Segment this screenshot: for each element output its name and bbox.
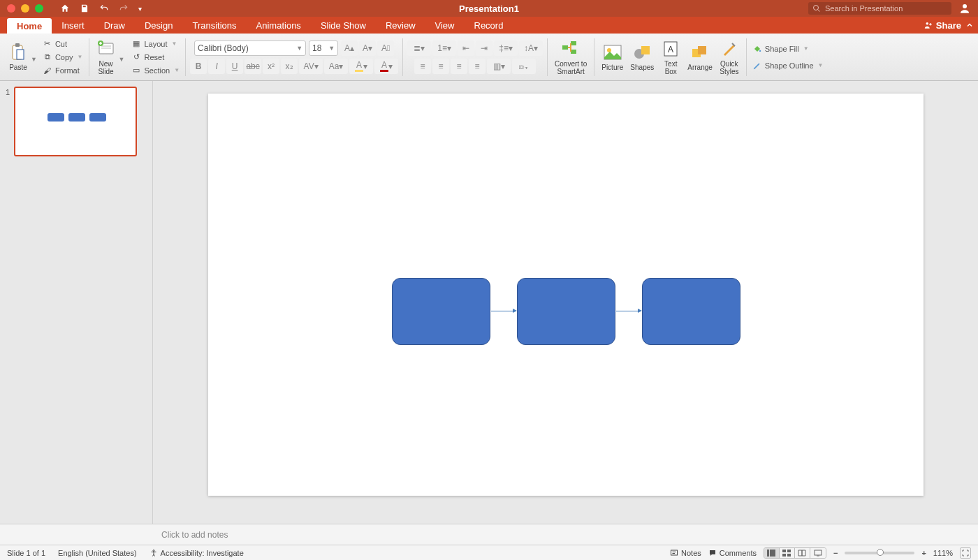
arrange-button[interactable]: Arrange [685, 41, 715, 73]
shape-box-3[interactable] [642, 278, 740, 345]
user-account-icon[interactable] [958, 2, 971, 15]
align-text-button[interactable]: ⎄▾ [512, 59, 536, 74]
increase-font-button[interactable]: A▴ [341, 40, 358, 56]
line-spacing-button[interactable]: ‡≡▾ [494, 40, 518, 56]
zoom-slider[interactable] [845, 552, 914, 554]
slide-canvas-area[interactable] [153, 81, 978, 524]
connector-arrow-2[interactable] [616, 311, 641, 311]
notes-placeholder[interactable]: Click to add notes [161, 530, 970, 540]
underline-button[interactable]: U [226, 59, 243, 74]
text-box-button[interactable]: A Text Box [658, 38, 683, 77]
tab-transitions[interactable]: Transitions [182, 17, 246, 34]
strikethrough-button[interactable]: abc [245, 59, 261, 74]
normal-view-button[interactable] [764, 548, 780, 558]
zoom-level[interactable]: 111% [933, 549, 953, 557]
reset-button[interactable]: ↺Reset [130, 52, 166, 63]
customize-qat-icon[interactable]: ▾ [138, 5, 142, 13]
numbering-button[interactable]: 1≡▾ [432, 40, 456, 56]
bullets-button[interactable]: ≣▾ [407, 40, 431, 56]
columns-button[interactable]: ▥▾ [487, 59, 511, 74]
italic-button[interactable]: I [208, 59, 225, 74]
font-size-select[interactable]: 18▼ [309, 40, 338, 56]
language-indicator[interactable]: English (United States) [58, 549, 137, 557]
clear-formatting-button[interactable]: A⃠ [377, 40, 394, 56]
tab-animations[interactable]: Animations [247, 17, 311, 34]
format-label: Format [55, 66, 80, 75]
notes-toggle-button[interactable]: Notes [670, 549, 701, 557]
notes-pane[interactable]: Click to add notes [0, 524, 978, 545]
subscript-button[interactable]: x₂ [281, 59, 298, 74]
layout-button[interactable]: ▦Layout▼ [130, 38, 178, 50]
home-icon[interactable] [60, 3, 70, 13]
tab-view[interactable]: View [425, 17, 465, 34]
section-button[interactable]: ▭Section▼ [130, 65, 181, 76]
tab-record[interactable]: Record [465, 17, 513, 34]
char-spacing-button[interactable]: AV▾ [299, 59, 323, 74]
new-slide-button[interactable]: New Slide [94, 38, 119, 77]
svg-rect-32 [815, 550, 822, 555]
paste-button[interactable]: Paste [6, 41, 31, 73]
shape-outline-button[interactable]: Shape Outline ▼ [751, 60, 825, 71]
accessibility-button[interactable]: Accessibility: Investigate [149, 549, 244, 557]
superscript-button[interactable]: x² [263, 59, 279, 74]
slide-canvas[interactable] [208, 94, 924, 496]
copy-button[interactable]: ⧉Copy▼ [41, 52, 85, 63]
tab-design[interactable]: Design [135, 17, 182, 34]
tab-review[interactable]: Review [376, 17, 425, 34]
justify-button[interactable]: ≡ [469, 59, 486, 74]
fit-to-window-button[interactable] [960, 547, 971, 559]
undo-icon[interactable] [99, 3, 109, 13]
slide-sorter-button[interactable] [780, 548, 795, 558]
redo-icon[interactable] [119, 3, 129, 13]
slideshow-view-button[interactable] [810, 548, 826, 558]
search-input[interactable] [825, 4, 947, 13]
shape-box-2[interactable] [517, 278, 615, 345]
tab-draw[interactable]: Draw [94, 17, 135, 34]
decrease-indent-button[interactable]: ⇤ [458, 40, 474, 56]
close-window-button[interactable] [7, 4, 15, 13]
comments-toggle-button[interactable]: Comments [708, 549, 757, 557]
align-center-button[interactable]: ≡ [432, 59, 449, 74]
search-icon [812, 4, 821, 13]
maximize-window-button[interactable] [35, 4, 43, 13]
slide-thumbnail-panel[interactable]: 1 [0, 81, 153, 524]
slide-indicator[interactable]: Slide 1 of 1 [7, 549, 45, 557]
collapse-ribbon-icon[interactable] [965, 21, 974, 29]
tab-home[interactable]: Home [7, 18, 52, 34]
align-right-button[interactable]: ≡ [451, 59, 467, 74]
quick-styles-button[interactable]: Quick Styles [717, 38, 742, 77]
share-button[interactable]: Share [924, 20, 961, 31]
font-name-select[interactable]: Calibri (Body)▼ [194, 40, 306, 56]
change-case-button[interactable]: Aa▾ [324, 59, 348, 74]
cut-button[interactable]: ✂Cut [41, 38, 68, 50]
font-color-button[interactable]: A▾ [374, 59, 398, 74]
tab-insert[interactable]: Insert [52, 17, 94, 34]
new-slide-dropdown-icon[interactable]: ▼ [119, 52, 125, 63]
zoom-in-button[interactable]: + [921, 549, 926, 557]
arrange-icon [690, 43, 710, 62]
minimize-window-button[interactable] [21, 4, 29, 13]
shape-box-1[interactable] [392, 278, 490, 345]
notes-icon [670, 549, 678, 557]
paste-dropdown-icon[interactable]: ▼ [31, 52, 37, 63]
bold-button[interactable]: B [190, 59, 207, 74]
reading-view-button[interactable] [795, 548, 810, 558]
connector-arrow-1[interactable] [491, 311, 516, 311]
tab-slide-show[interactable]: Slide Show [311, 17, 376, 34]
shapes-button[interactable]: Shapes [627, 41, 657, 73]
format-painter-button[interactable]: 🖌Format [41, 65, 81, 76]
search-box[interactable] [808, 2, 951, 15]
convert-smartart-button[interactable]: Convert to SmartArt [552, 38, 590, 77]
increase-indent-button[interactable]: ⇥ [476, 40, 492, 56]
slide-thumbnail-1[interactable] [14, 87, 137, 156]
svg-rect-20 [698, 46, 706, 54]
decrease-font-button[interactable]: A▾ [359, 40, 376, 56]
shape-fill-button[interactable]: Shape Fill ▼ [751, 43, 810, 54]
align-left-button[interactable]: ≡ [414, 59, 431, 74]
zoom-slider-thumb[interactable] [877, 549, 884, 556]
save-icon[interactable] [80, 3, 89, 13]
highlight-button[interactable]: A▾ [349, 59, 373, 74]
zoom-out-button[interactable]: − [833, 549, 838, 557]
text-direction-button[interactable]: ↕A▾ [519, 40, 543, 56]
picture-button[interactable]: Picture [599, 41, 626, 73]
